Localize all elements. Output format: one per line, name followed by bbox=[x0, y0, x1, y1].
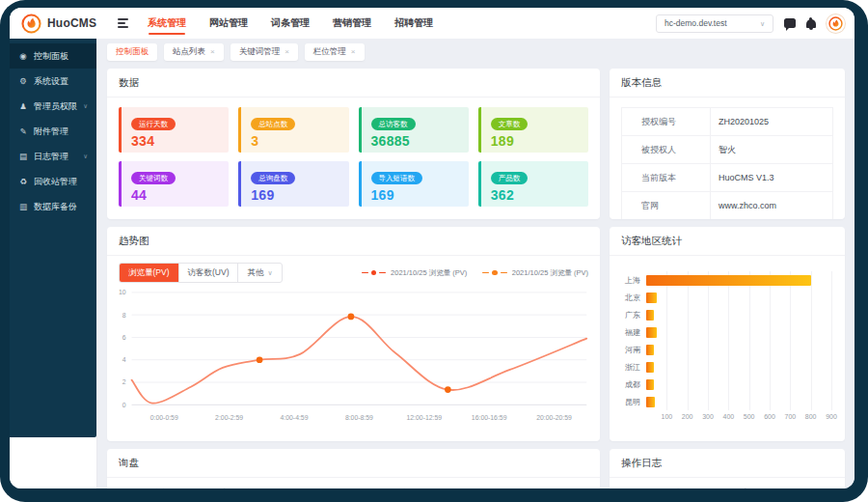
svg-text:20:00-20:59: 20:00-20:59 bbox=[536, 414, 572, 421]
bar-成都[interactable] bbox=[646, 379, 654, 390]
stat-value: 44 bbox=[131, 187, 221, 203]
axis-tick-label: 200 bbox=[682, 413, 693, 420]
axis-tick-label: 500 bbox=[744, 413, 755, 420]
tab-label: 栏位管理 bbox=[313, 46, 346, 58]
trend-filter-其他[interactable]: 其他∨ bbox=[238, 264, 281, 282]
version-row: 授权编号ZH20201025 bbox=[622, 108, 833, 136]
app-logo[interactable]: HuoCMS bbox=[21, 14, 104, 34]
bar-河南[interactable] bbox=[646, 345, 654, 355]
sidebar-item-数据库备份[interactable]: ▥数据库备份 bbox=[10, 194, 96, 219]
inquiry-text: 活动引流推广 引流目标70人去现场参加大会，科技论坛大会地点黄浦。本周五举办。 bbox=[119, 488, 425, 488]
sidebar-item-回收站管理[interactable]: ♻回收站管理 bbox=[10, 169, 96, 194]
menu-icon[interactable] bbox=[118, 18, 128, 28]
stat-value: 362 bbox=[491, 187, 581, 203]
svg-text:4: 4 bbox=[122, 356, 126, 363]
oplog-item[interactable]: 管理员334号更新了关于我们的内容。 2021-10-25 15:13 bbox=[610, 478, 845, 488]
bar-category-label: 河南 bbox=[619, 341, 646, 358]
bar-category-label: 上海 bbox=[619, 271, 646, 289]
sidebar-item-系统设置[interactable]: ⚙系统设置 bbox=[10, 69, 96, 94]
bar-category-label: 福建 bbox=[619, 323, 646, 341]
sidebar: ◉控制面板⚙系统设置♟管理员权限∨✎附件管理▤日志管理∨♻回收站管理▥数据库备份 bbox=[10, 39, 97, 488]
axis-tick-label: 700 bbox=[784, 413, 796, 420]
tab-关键词管理[interactable]: 关键词管理× bbox=[231, 43, 298, 61]
sidebar-item-label: 附件管理 bbox=[34, 126, 68, 138]
bar-广东[interactable] bbox=[646, 310, 654, 321]
bar-row bbox=[646, 376, 831, 393]
axis-tick-label: 800 bbox=[805, 413, 817, 420]
version-value: 智火 bbox=[710, 136, 832, 164]
legend-item[interactable]: 2021/10/25 浏览量 (PV) bbox=[362, 268, 468, 278]
svg-text:0: 0 bbox=[122, 402, 126, 408]
site-select[interactable]: hc-demo.dev.test ∨ bbox=[656, 14, 773, 33]
bell-icon[interactable] bbox=[806, 19, 816, 28]
close-icon[interactable]: × bbox=[210, 48, 215, 56]
sidebar-item-label: 日志管理 bbox=[34, 151, 68, 163]
stat-box-总询盘数: 总询盘数169 bbox=[238, 161, 348, 207]
bar-category-label: 成都 bbox=[619, 376, 646, 393]
version-table: 授权编号ZH20201025被授权人智火当前版本HuoCMS V1.3官网www… bbox=[621, 107, 833, 219]
tab-控制面板[interactable]: 控制面板 bbox=[107, 43, 157, 61]
card-title: 版本信息 bbox=[610, 69, 845, 98]
trend-filter-访客数(UV)[interactable]: 访客数(UV) bbox=[179, 264, 239, 282]
svg-text:8:00-8:59: 8:00-8:59 bbox=[345, 414, 373, 421]
svg-text:8: 8 bbox=[122, 312, 126, 319]
inquiry-item[interactable]: 活动引流推广 引流目标70人去现场参加大会，科技论坛大会地点黄浦。本周五举办。 … bbox=[107, 478, 600, 488]
stat-badge: 总站点数 bbox=[251, 118, 295, 130]
svg-text:12:00-12:59: 12:00-12:59 bbox=[406, 414, 442, 421]
bar-福建[interactable] bbox=[646, 327, 657, 338]
stat-value: 334 bbox=[131, 133, 221, 149]
bar-chart-axis: 100200300400500600700800900 bbox=[610, 410, 845, 425]
sidebar-item-附件管理[interactable]: ✎附件管理 bbox=[10, 119, 96, 144]
nav-item-招聘管理[interactable]: 招聘管理 bbox=[394, 8, 433, 39]
axis-tick-label: 900 bbox=[826, 413, 837, 420]
nav-item-网站管理[interactable]: 网站管理 bbox=[209, 8, 248, 39]
legend-label: 2021/10/25 浏览量 (PV) bbox=[391, 268, 467, 278]
chat-icon[interactable] bbox=[784, 18, 796, 28]
tab-栏位管理[interactable]: 栏位管理× bbox=[305, 43, 365, 61]
database-icon: ▥ bbox=[18, 202, 28, 211]
content-area: 控制面板站点列表×关键词管理×栏位管理× 数据 运行天数334总站点数3总访客数… bbox=[97, 39, 854, 488]
site-select-value: hc-demo.dev.test bbox=[665, 18, 727, 28]
app-body: ◉控制面板⚙系统设置♟管理员权限∨✎附件管理▤日志管理∨♻回收站管理▥数据库备份… bbox=[10, 39, 854, 488]
axis-tick-label: 300 bbox=[702, 413, 714, 420]
stat-value: 169 bbox=[251, 187, 340, 203]
stat-badge: 产品数 bbox=[491, 172, 529, 184]
bar-昆明[interactable] bbox=[646, 397, 655, 407]
legend-item[interactable]: 2021/10/25 浏览量 (PV) bbox=[482, 268, 588, 278]
trend-filter-浏览量(PV)[interactable]: 浏览量(PV) bbox=[120, 264, 179, 282]
axis-tick-label: 400 bbox=[722, 413, 734, 420]
close-icon[interactable]: × bbox=[285, 48, 289, 56]
stat-box-总访客数: 总访客数36885 bbox=[359, 107, 469, 153]
bar-北京[interactable] bbox=[646, 293, 657, 303]
bar-上海[interactable] bbox=[646, 275, 811, 286]
sidebar-item-管理员权限[interactable]: ♟管理员权限∨ bbox=[10, 94, 96, 119]
svg-text:16:00-16:59: 16:00-16:59 bbox=[472, 414, 507, 421]
nav-item-营销管理[interactable]: 营销管理 bbox=[333, 8, 371, 39]
stat-box-关键词数: 关键词数44 bbox=[119, 161, 229, 207]
version-label: 被授权人 bbox=[622, 136, 711, 164]
tab-bar: 控制面板站点列表×关键词管理×栏位管理× bbox=[97, 39, 854, 64]
sidebar-item-控制面板[interactable]: ◉控制面板 bbox=[10, 43, 96, 69]
trend-controls: 浏览量(PV)访客数(UV)其他∨ 2021/10/25 浏览量 (PV)202… bbox=[107, 256, 600, 283]
sidebar-item-label: 数据库备份 bbox=[34, 201, 77, 213]
sidebar-item-日志管理[interactable]: ▤日志管理∨ bbox=[10, 144, 96, 169]
legend-line bbox=[501, 272, 507, 274]
tab-label: 关键词管理 bbox=[239, 46, 281, 58]
version-value: www.zhco.com bbox=[710, 192, 832, 220]
version-label: 官网 bbox=[622, 192, 711, 220]
bar-浙江[interactable] bbox=[646, 362, 654, 373]
nav-item-系统管理[interactable]: 系统管理 bbox=[148, 8, 186, 39]
nav-item-词条管理[interactable]: 词条管理 bbox=[271, 8, 310, 39]
tab-站点列表[interactable]: 站点列表× bbox=[164, 43, 224, 61]
bar-row bbox=[646, 306, 831, 323]
chevron-down-icon: ∨ bbox=[760, 20, 765, 27]
svg-text:2:00-2:59: 2:00-2:59 bbox=[215, 414, 243, 421]
close-icon[interactable]: × bbox=[351, 48, 356, 56]
trend-card: 趋势图 浏览量(PV)访客数(UV)其他∨ 2021/10/25 浏览量 (PV… bbox=[107, 227, 600, 441]
version-row: 被授权人智火 bbox=[622, 136, 833, 164]
bar-category-label: 昆明 bbox=[619, 393, 646, 410]
svg-text:4:00-4:59: 4:00-4:59 bbox=[281, 414, 309, 421]
gridline bbox=[831, 271, 832, 410]
bar-row bbox=[646, 271, 831, 289]
avatar[interactable] bbox=[827, 14, 845, 33]
